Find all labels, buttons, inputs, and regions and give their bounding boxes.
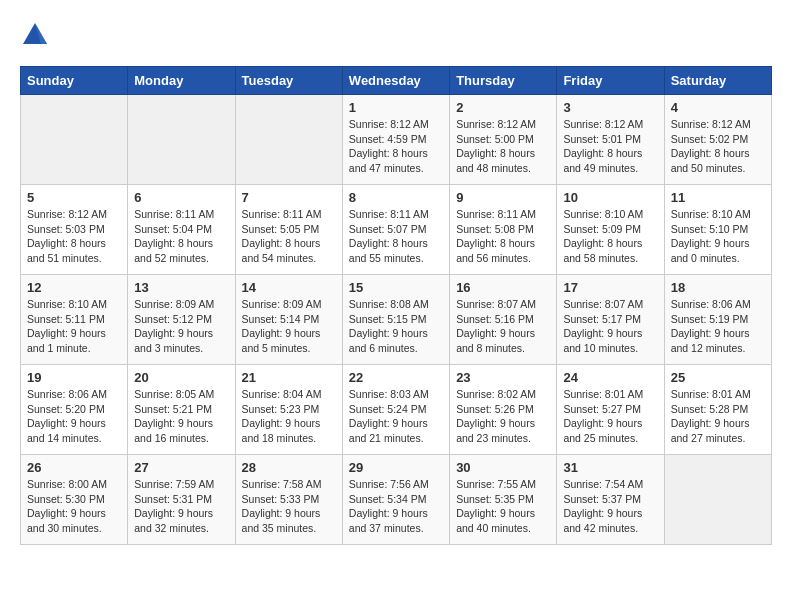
- day-info: Sunrise: 7:54 AM Sunset: 5:37 PM Dayligh…: [563, 477, 657, 536]
- day-number: 24: [563, 370, 657, 385]
- day-info: Sunrise: 8:10 AM Sunset: 5:10 PM Dayligh…: [671, 207, 765, 266]
- day-info: Sunrise: 8:08 AM Sunset: 5:15 PM Dayligh…: [349, 297, 443, 356]
- calendar-cell: 1Sunrise: 8:12 AM Sunset: 4:59 PM Daylig…: [342, 95, 449, 185]
- logo-icon: [20, 20, 50, 50]
- day-info: Sunrise: 8:09 AM Sunset: 5:14 PM Dayligh…: [242, 297, 336, 356]
- day-info: Sunrise: 8:04 AM Sunset: 5:23 PM Dayligh…: [242, 387, 336, 446]
- day-info: Sunrise: 8:10 AM Sunset: 5:11 PM Dayligh…: [27, 297, 121, 356]
- day-header-wednesday: Wednesday: [342, 67, 449, 95]
- day-number: 8: [349, 190, 443, 205]
- day-number: 3: [563, 100, 657, 115]
- day-number: 17: [563, 280, 657, 295]
- day-number: 22: [349, 370, 443, 385]
- day-info: Sunrise: 8:12 AM Sunset: 5:01 PM Dayligh…: [563, 117, 657, 176]
- calendar-cell: 14Sunrise: 8:09 AM Sunset: 5:14 PM Dayli…: [235, 275, 342, 365]
- calendar-cell: 5Sunrise: 8:12 AM Sunset: 5:03 PM Daylig…: [21, 185, 128, 275]
- day-info: Sunrise: 8:12 AM Sunset: 5:00 PM Dayligh…: [456, 117, 550, 176]
- calendar-cell: 27Sunrise: 7:59 AM Sunset: 5:31 PM Dayli…: [128, 455, 235, 545]
- day-number: 16: [456, 280, 550, 295]
- day-info: Sunrise: 8:12 AM Sunset: 4:59 PM Dayligh…: [349, 117, 443, 176]
- page-header: [20, 20, 772, 50]
- calendar-week-row: 1Sunrise: 8:12 AM Sunset: 4:59 PM Daylig…: [21, 95, 772, 185]
- calendar-cell: [128, 95, 235, 185]
- calendar-cell: 6Sunrise: 8:11 AM Sunset: 5:04 PM Daylig…: [128, 185, 235, 275]
- day-header-friday: Friday: [557, 67, 664, 95]
- day-info: Sunrise: 8:09 AM Sunset: 5:12 PM Dayligh…: [134, 297, 228, 356]
- day-info: Sunrise: 8:06 AM Sunset: 5:19 PM Dayligh…: [671, 297, 765, 356]
- calendar-week-row: 26Sunrise: 8:00 AM Sunset: 5:30 PM Dayli…: [21, 455, 772, 545]
- day-info: Sunrise: 8:11 AM Sunset: 5:07 PM Dayligh…: [349, 207, 443, 266]
- day-number: 11: [671, 190, 765, 205]
- day-info: Sunrise: 8:01 AM Sunset: 5:28 PM Dayligh…: [671, 387, 765, 446]
- calendar-cell: 25Sunrise: 8:01 AM Sunset: 5:28 PM Dayli…: [664, 365, 771, 455]
- calendar-table: SundayMondayTuesdayWednesdayThursdayFrid…: [20, 66, 772, 545]
- day-info: Sunrise: 8:11 AM Sunset: 5:05 PM Dayligh…: [242, 207, 336, 266]
- day-header-sunday: Sunday: [21, 67, 128, 95]
- calendar-cell: 13Sunrise: 8:09 AM Sunset: 5:12 PM Dayli…: [128, 275, 235, 365]
- calendar-cell: 31Sunrise: 7:54 AM Sunset: 5:37 PM Dayli…: [557, 455, 664, 545]
- day-header-monday: Monday: [128, 67, 235, 95]
- calendar-cell: 24Sunrise: 8:01 AM Sunset: 5:27 PM Dayli…: [557, 365, 664, 455]
- calendar-cell: 11Sunrise: 8:10 AM Sunset: 5:10 PM Dayli…: [664, 185, 771, 275]
- day-number: 18: [671, 280, 765, 295]
- day-number: 4: [671, 100, 765, 115]
- day-header-thursday: Thursday: [450, 67, 557, 95]
- day-number: 21: [242, 370, 336, 385]
- calendar-cell: 21Sunrise: 8:04 AM Sunset: 5:23 PM Dayli…: [235, 365, 342, 455]
- day-number: 13: [134, 280, 228, 295]
- calendar-cell: 9Sunrise: 8:11 AM Sunset: 5:08 PM Daylig…: [450, 185, 557, 275]
- calendar-cell: [664, 455, 771, 545]
- day-number: 25: [671, 370, 765, 385]
- day-number: 30: [456, 460, 550, 475]
- day-info: Sunrise: 8:00 AM Sunset: 5:30 PM Dayligh…: [27, 477, 121, 536]
- calendar-week-row: 12Sunrise: 8:10 AM Sunset: 5:11 PM Dayli…: [21, 275, 772, 365]
- day-info: Sunrise: 8:05 AM Sunset: 5:21 PM Dayligh…: [134, 387, 228, 446]
- day-number: 27: [134, 460, 228, 475]
- day-info: Sunrise: 8:07 AM Sunset: 5:16 PM Dayligh…: [456, 297, 550, 356]
- calendar-week-row: 19Sunrise: 8:06 AM Sunset: 5:20 PM Dayli…: [21, 365, 772, 455]
- calendar-cell: 18Sunrise: 8:06 AM Sunset: 5:19 PM Dayli…: [664, 275, 771, 365]
- day-number: 19: [27, 370, 121, 385]
- day-number: 26: [27, 460, 121, 475]
- calendar-cell: 10Sunrise: 8:10 AM Sunset: 5:09 PM Dayli…: [557, 185, 664, 275]
- calendar-cell: 15Sunrise: 8:08 AM Sunset: 5:15 PM Dayli…: [342, 275, 449, 365]
- day-info: Sunrise: 8:10 AM Sunset: 5:09 PM Dayligh…: [563, 207, 657, 266]
- day-info: Sunrise: 7:58 AM Sunset: 5:33 PM Dayligh…: [242, 477, 336, 536]
- day-number: 10: [563, 190, 657, 205]
- day-info: Sunrise: 8:11 AM Sunset: 5:08 PM Dayligh…: [456, 207, 550, 266]
- calendar-cell: [21, 95, 128, 185]
- day-info: Sunrise: 8:11 AM Sunset: 5:04 PM Dayligh…: [134, 207, 228, 266]
- day-number: 7: [242, 190, 336, 205]
- day-info: Sunrise: 8:03 AM Sunset: 5:24 PM Dayligh…: [349, 387, 443, 446]
- day-info: Sunrise: 7:56 AM Sunset: 5:34 PM Dayligh…: [349, 477, 443, 536]
- calendar-cell: 28Sunrise: 7:58 AM Sunset: 5:33 PM Dayli…: [235, 455, 342, 545]
- day-header-saturday: Saturday: [664, 67, 771, 95]
- day-number: 31: [563, 460, 657, 475]
- calendar-cell: 22Sunrise: 8:03 AM Sunset: 5:24 PM Dayli…: [342, 365, 449, 455]
- calendar-cell: 2Sunrise: 8:12 AM Sunset: 5:00 PM Daylig…: [450, 95, 557, 185]
- calendar-cell: 29Sunrise: 7:56 AM Sunset: 5:34 PM Dayli…: [342, 455, 449, 545]
- calendar-cell: 3Sunrise: 8:12 AM Sunset: 5:01 PM Daylig…: [557, 95, 664, 185]
- day-number: 14: [242, 280, 336, 295]
- day-number: 29: [349, 460, 443, 475]
- day-number: 6: [134, 190, 228, 205]
- day-number: 28: [242, 460, 336, 475]
- day-number: 5: [27, 190, 121, 205]
- calendar-header-row: SundayMondayTuesdayWednesdayThursdayFrid…: [21, 67, 772, 95]
- day-info: Sunrise: 8:02 AM Sunset: 5:26 PM Dayligh…: [456, 387, 550, 446]
- calendar-cell: [235, 95, 342, 185]
- day-info: Sunrise: 8:01 AM Sunset: 5:27 PM Dayligh…: [563, 387, 657, 446]
- day-number: 1: [349, 100, 443, 115]
- day-info: Sunrise: 8:07 AM Sunset: 5:17 PM Dayligh…: [563, 297, 657, 356]
- calendar-cell: 26Sunrise: 8:00 AM Sunset: 5:30 PM Dayli…: [21, 455, 128, 545]
- day-number: 15: [349, 280, 443, 295]
- calendar-cell: 12Sunrise: 8:10 AM Sunset: 5:11 PM Dayli…: [21, 275, 128, 365]
- day-number: 20: [134, 370, 228, 385]
- day-number: 12: [27, 280, 121, 295]
- calendar-cell: 8Sunrise: 8:11 AM Sunset: 5:07 PM Daylig…: [342, 185, 449, 275]
- day-number: 23: [456, 370, 550, 385]
- calendar-cell: 19Sunrise: 8:06 AM Sunset: 5:20 PM Dayli…: [21, 365, 128, 455]
- day-info: Sunrise: 8:06 AM Sunset: 5:20 PM Dayligh…: [27, 387, 121, 446]
- calendar-cell: 4Sunrise: 8:12 AM Sunset: 5:02 PM Daylig…: [664, 95, 771, 185]
- calendar-cell: 20Sunrise: 8:05 AM Sunset: 5:21 PM Dayli…: [128, 365, 235, 455]
